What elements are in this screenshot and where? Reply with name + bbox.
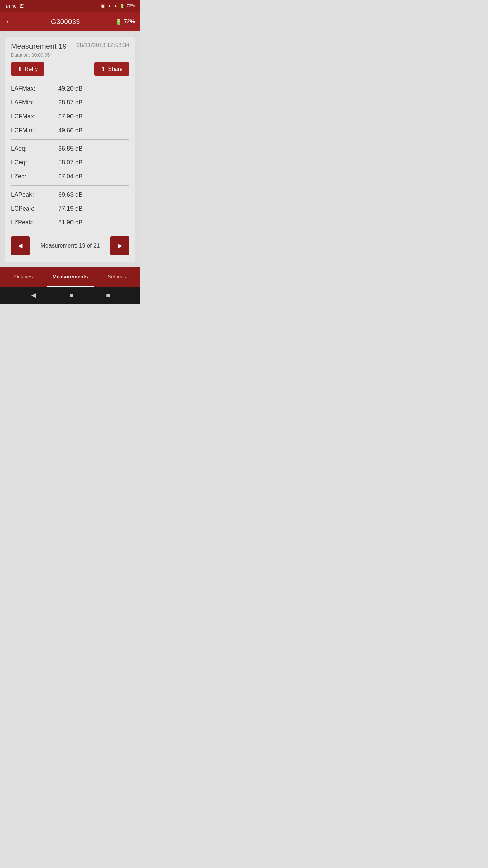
- system-recents-button[interactable]: ■: [106, 291, 110, 300]
- lcfmin-label: LCFMin:: [11, 127, 58, 134]
- lceq-value: 58.07 dB: [58, 159, 83, 166]
- measurement-navigation: ◄ Measurement: 19 of 21 ►: [11, 236, 129, 255]
- lcfmax-value: 67.90 dB: [58, 113, 83, 120]
- next-measurement-button[interactable]: ►: [110, 236, 129, 255]
- retry-label: Retry: [25, 66, 38, 72]
- top-bar-right: 🔋 72%: [115, 19, 135, 25]
- lzpeak-label: LZPeak:: [11, 219, 58, 226]
- status-image-icon: 🖼: [19, 4, 24, 9]
- measurement-card: Measurement 19 28/11/2018 12:58:34 Durat…: [5, 37, 135, 262]
- download-icon: ⬇: [18, 66, 22, 72]
- divider-1: [11, 139, 129, 140]
- tab-octaves[interactable]: Octaves: [0, 267, 47, 287]
- measurement-date: 28/11/2018 12:58:34: [77, 42, 129, 49]
- top-bar: ← G300033 🔋 72%: [0, 12, 140, 31]
- table-row: LZeq: 67.04 dB: [11, 170, 129, 183]
- wifi-icon: ▲: [107, 4, 111, 8]
- section-peak: LAPeak: 69.63 dB LCPeak: 77.19 dB LZPeak…: [11, 188, 129, 230]
- signal-icon: ▲: [114, 4, 118, 8]
- battery-percent: 72%: [127, 4, 135, 8]
- tab-measurements[interactable]: Measurements: [47, 267, 94, 287]
- bottom-tabs: Octaves Measurements Settings: [0, 267, 140, 287]
- table-row: LCFMax: 67.90 dB: [11, 110, 129, 123]
- settings-tab-label: Settings: [108, 274, 126, 279]
- table-row: LAFMin: 28.87 dB: [11, 96, 129, 110]
- lcfmax-label: LCFMax:: [11, 113, 58, 120]
- prev-icon: ◄: [17, 241, 24, 250]
- section-eq: LAeq: 36.85 dB LCeq: 58.07 dB LZeq: 67.0…: [11, 142, 129, 183]
- action-buttons: ⬇ Retry ⬆ Share: [11, 62, 129, 76]
- share-button[interactable]: ⬆ Share: [94, 62, 129, 76]
- table-row: LCFMin: 49.66 dB: [11, 123, 129, 137]
- back-button[interactable]: ←: [5, 16, 16, 27]
- lafmax-label: LAFMax:: [11, 85, 58, 92]
- lzeq-value: 67.04 dB: [58, 173, 83, 180]
- lcpeak-label: LCPeak:: [11, 205, 58, 212]
- main-content: Measurement 19 28/11/2018 12:58:34 Durat…: [0, 31, 140, 267]
- measurement-counter: Measurement: 19 of 21: [30, 242, 110, 249]
- top-battery-icon: 🔋: [115, 19, 122, 25]
- alarm-icon: ⏰: [100, 4, 105, 8]
- system-back-button[interactable]: ◄: [30, 291, 37, 300]
- duration-label: Duration: 00:00:05: [11, 52, 129, 58]
- system-home-button[interactable]: ●: [69, 291, 74, 300]
- share-icon: ⬆: [101, 66, 105, 72]
- tab-settings[interactable]: Settings: [94, 267, 140, 287]
- lafmax-value: 49.20 dB: [58, 85, 83, 92]
- status-bar: 14:46 🖼 ⏰ ▲ ▲ 🔋 72%: [0, 0, 140, 12]
- retry-button[interactable]: ⬇ Retry: [11, 62, 44, 76]
- battery-icon: 🔋: [120, 4, 125, 8]
- lcfmin-value: 49.66 dB: [58, 127, 83, 134]
- octaves-tab-label: Octaves: [14, 274, 33, 279]
- share-label: Share: [108, 66, 123, 72]
- lcpeak-value: 77.19 dB: [58, 205, 83, 212]
- table-row: LZPeak: 81.90 dB: [11, 216, 129, 230]
- measurement-title: Measurement 19: [11, 42, 67, 51]
- measurements-tab-label: Measurements: [52, 274, 88, 279]
- lapeak-label: LAPeak:: [11, 191, 58, 198]
- lceq-label: LCeq:: [11, 159, 58, 166]
- next-icon: ►: [116, 241, 124, 250]
- back-icon: ←: [5, 17, 13, 26]
- lzeq-label: LZeq:: [11, 173, 58, 180]
- lafmin-value: 28.87 dB: [58, 99, 83, 106]
- table-row: LCeq: 58.07 dB: [11, 156, 129, 170]
- lafmin-label: LAFMin:: [11, 99, 58, 106]
- table-row: LCPeak: 77.19 dB: [11, 202, 129, 216]
- card-header: Measurement 19 28/11/2018 12:58:34: [11, 42, 129, 51]
- table-row: LAeq: 36.85 dB: [11, 142, 129, 156]
- device-title: G300033: [51, 18, 80, 26]
- laeq-label: LAeq:: [11, 145, 58, 152]
- system-bottom-nav: ◄ ● ■: [0, 287, 140, 304]
- divider-2: [11, 185, 129, 186]
- prev-measurement-button[interactable]: ◄: [11, 236, 30, 255]
- table-row: LAFMax: 49.20 dB: [11, 82, 129, 96]
- lzpeak-value: 81.90 dB: [58, 219, 83, 226]
- section-laf-lcf: LAFMax: 49.20 dB LAFMin: 28.87 dB LCFMax…: [11, 82, 129, 137]
- table-row: LAPeak: 69.63 dB: [11, 188, 129, 202]
- lapeak-value: 69.63 dB: [58, 191, 83, 198]
- top-battery-percent: 72%: [124, 19, 135, 25]
- laeq-value: 36.85 dB: [58, 145, 83, 152]
- status-time: 14:46: [5, 4, 17, 9]
